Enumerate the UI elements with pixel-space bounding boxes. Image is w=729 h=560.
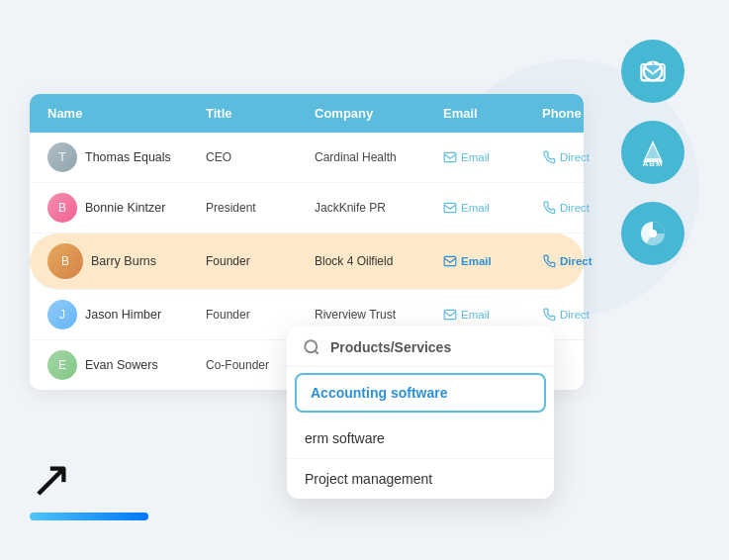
dropdown-item-erm[interactable]: erm software (287, 419, 554, 459)
avatar: J (47, 300, 77, 329)
avatar: E (47, 350, 77, 380)
phone-cell[interactable]: Direct (536, 306, 615, 324)
email-badge-icon (621, 40, 684, 103)
company-cell: Block 4 Oilfield (309, 252, 437, 270)
svg-text:ABM: ABM (642, 159, 663, 168)
svg-point-6 (649, 230, 657, 237)
dropdown-item-project[interactable]: Project management (287, 459, 554, 499)
avatar: B (47, 193, 77, 223)
svg-rect-7 (444, 152, 456, 161)
email-cell[interactable]: Email (437, 252, 536, 270)
svg-rect-9 (444, 256, 456, 265)
header-title: Title (200, 104, 309, 123)
table-row-highlighted[interactable]: B Barry Burns Founder Block 4 Oilfield E… (30, 233, 584, 290)
company-cell: JackKnife PR (309, 199, 437, 217)
dropdown-search-label: Products/Services (330, 339, 451, 355)
search-icon (303, 338, 320, 356)
svg-rect-10 (444, 310, 456, 319)
phone-cell[interactable]: Direct (536, 199, 615, 217)
table-row[interactable]: B Bonnie Kintzer President JackKnife PR … (30, 183, 584, 233)
name-cell: J Jason Himber (42, 298, 200, 331)
header-company: Company (309, 104, 437, 123)
table-row[interactable]: T Thomas Equals CEO Cardinal Health Emai… (30, 133, 584, 183)
progress-bar (30, 513, 148, 520)
dropdown-item-accounting[interactable]: Accounting software (295, 373, 546, 413)
dropdown-search-header: Products/Services (287, 327, 554, 367)
avatar: T (47, 142, 77, 172)
abm-badge-icon: ABM (621, 121, 684, 184)
title-cell: Founder (200, 306, 309, 324)
avatar: B (47, 243, 83, 279)
phone-cell[interactable]: Direct (536, 252, 615, 270)
growth-chart: ↗ (30, 453, 148, 520)
email-cell[interactable]: Email (437, 199, 536, 217)
products-services-dropdown: Products/Services Accounting software er… (287, 327, 554, 499)
growth-arrow-icon: ↗ (30, 453, 148, 505)
chart-badge-icon (621, 202, 684, 265)
header-email: Email (437, 104, 536, 123)
email-cell[interactable]: Email (437, 306, 536, 324)
name-cell: B Bonnie Kintzer (42, 191, 200, 225)
name-cell: B Barry Burns (42, 241, 200, 281)
name-cell: T Thomas Equals (42, 140, 200, 174)
title-cell: CEO (200, 148, 309, 166)
header-name: Name (42, 104, 200, 123)
table-header-row: Name Title Company Email Phone (30, 94, 584, 133)
email-cell[interactable]: Email (437, 148, 536, 166)
name-cell: E Evan Sowers (42, 348, 200, 382)
svg-rect-8 (444, 203, 456, 212)
icon-badges-container: ABM (621, 40, 684, 265)
svg-point-11 (305, 340, 317, 352)
company-cell: Cardinal Health (309, 148, 437, 166)
title-cell: Founder (200, 252, 309, 270)
company-cell: Riverview Trust (309, 306, 437, 324)
phone-cell[interactable]: Direct (536, 148, 615, 166)
title-cell: President (200, 199, 309, 217)
header-phone: Phone (536, 104, 615, 123)
